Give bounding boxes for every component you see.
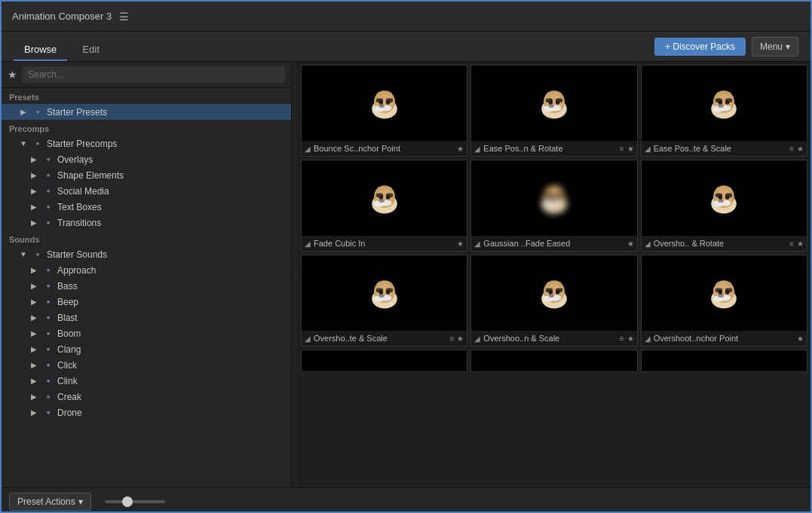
grid-footer-5: ◢ Oversho.. & Rotate ≡ ★ — [642, 236, 807, 251]
svg-rect-76 — [715, 193, 722, 197]
preset-type-icon: ◢ — [474, 240, 480, 248]
arrow-icon[interactable]: ▶ — [29, 345, 39, 353]
arrow-icon[interactable]: ▶ — [29, 361, 39, 369]
star-icon[interactable]: ★ — [627, 334, 634, 343]
svg-rect-102 — [546, 288, 553, 292]
menu-button[interactable]: Menu ▾ — [752, 37, 798, 56]
content-area: ◢ Bounce Sc..nchor Point ★ — [298, 62, 810, 487]
arrow-icon[interactable]: ▶ — [29, 187, 39, 195]
svg-point-75 — [719, 199, 724, 203]
arrow-icon[interactable]: ▶ — [29, 377, 39, 385]
sidebar-item-transitions[interactable]: ▶ ▪ Transitions — [2, 215, 291, 231]
arrow-icon[interactable]: ▶ — [29, 298, 39, 306]
list-icon[interactable]: ≡ — [620, 334, 624, 343]
resize-handle[interactable]: ⋮ — [292, 62, 298, 487]
arrow-icon[interactable]: ▶ — [29, 218, 39, 227]
sidebar-item-starter-sounds[interactable]: ▼ ▪ Starter Sounds — [2, 246, 291, 262]
svg-rect-116 — [725, 288, 732, 292]
size-slider[interactable] — [105, 500, 165, 503]
grid-item-6[interactable]: ◢ Oversho..te & Scale ≡ ★ — [301, 255, 467, 347]
grid-footer-6: ◢ Oversho..te & Scale ≡ ★ — [302, 331, 467, 346]
sidebar-item-starter-presets[interactable]: ▶ ▪ Starter Presets — [2, 104, 291, 120]
list-icon[interactable]: ≡ — [789, 145, 794, 153]
star-icon[interactable]: ★ — [627, 240, 634, 248]
discover-packs-button[interactable]: + Discover Packs — [654, 38, 746, 56]
grid-item-0[interactable]: ◢ Bounce Sc..nchor Point ★ — [301, 65, 467, 157]
favorites-star-icon[interactable]: ★ — [8, 69, 17, 81]
arrow-icon[interactable]: ▶ — [29, 282, 39, 290]
sidebar-item-beep[interactable]: ▶ ▪ Beep — [2, 294, 291, 310]
svg-rect-12 — [386, 98, 393, 102]
sidebar-item-bass[interactable]: ▶ ▪ Bass — [2, 278, 291, 294]
grid-thumb-1 — [471, 66, 636, 141]
star-icon[interactable]: ★ — [627, 145, 634, 153]
arrow-icon[interactable]: ▶ — [29, 203, 39, 211]
preset-type-icon: ◢ — [305, 240, 311, 248]
arrow-icon[interactable]: ▶ — [29, 266, 39, 274]
sidebar-item-text-boxes[interactable]: ▶ ▪ Text Boxes — [2, 199, 291, 215]
sidebar-item-overlays[interactable]: ▶ ▪ Overlays — [2, 151, 291, 167]
preset-actions-button[interactable]: Preset Actions ▾ — [9, 493, 91, 511]
sidebar-item-creak[interactable]: ▶ ▪ Creak — [2, 389, 291, 405]
svg-rect-11 — [375, 98, 382, 102]
list-icon[interactable]: ≡ — [789, 240, 794, 248]
grid-item-3[interactable]: ◢ Fade Cubic In ★ — [301, 160, 467, 252]
grid-item-7[interactable]: ◢ Overshoo..n & Scale ≡ ★ — [470, 255, 637, 347]
hamburger-icon[interactable]: ☰ — [119, 11, 129, 23]
folder-icon: ▪ — [32, 249, 44, 260]
grid-item-4[interactable]: ◢ Gaussian ..Fade Eased ★ — [470, 160, 637, 252]
search-input[interactable] — [22, 66, 285, 83]
sidebar-item-social-media[interactable]: ▶ ▪ Social Media — [2, 183, 291, 199]
arrow-icon[interactable]: ▼ — [18, 139, 29, 148]
grid-thumb-0 — [302, 66, 467, 141]
star-icon[interactable]: ★ — [457, 145, 464, 153]
sidebar-item-blast[interactable]: ▶ ▪ Blast — [2, 310, 291, 325]
grid-item-label: Fade Cubic In — [314, 239, 454, 248]
bottom-bar: Preset Actions ▾ — [2, 487, 810, 513]
star-icon[interactable]: ★ — [797, 240, 804, 248]
grid-thumb-7 — [471, 255, 636, 331]
sidebar-item-approach[interactable]: ▶ ▪ Approach — [2, 262, 291, 278]
arrow-icon[interactable]: ▶ — [18, 108, 29, 116]
sidebar-item-shape-elements[interactable]: ▶ ▪ Shape Elements — [2, 167, 291, 183]
arrow-icon[interactable]: ▶ — [29, 171, 39, 179]
svg-point-88 — [378, 294, 384, 298]
sidebar-item-drone[interactable]: ▶ ▪ Drone — [2, 405, 291, 420]
presets-section-header: Presets — [2, 88, 291, 104]
grid-item-5[interactable]: ◢ Oversho.. & Rotate ≡ ★ — [641, 160, 807, 252]
list-icon[interactable]: ≡ — [620, 145, 624, 153]
star-icon[interactable]: ★ — [457, 240, 464, 248]
grid-item-9[interactable] — [301, 350, 467, 372]
folder-icon: ▪ — [42, 185, 54, 197]
tab-edit[interactable]: Edit — [72, 39, 109, 61]
folder-icon: ▪ — [42, 280, 54, 292]
sidebar-item-click[interactable]: ▶ ▪ Click — [2, 357, 291, 373]
star-icon[interactable]: ★ — [457, 334, 464, 343]
sidebar-item-label: Beep — [57, 297, 78, 307]
arrow-icon[interactable]: ▶ — [29, 392, 39, 401]
grid-item-10[interactable] — [470, 350, 637, 372]
arrow-icon[interactable]: ▼ — [18, 250, 29, 258]
sidebar-item-clink[interactable]: ▶ ▪ Clink — [2, 373, 291, 389]
grid-thumb-9 — [302, 350, 467, 372]
svg-rect-89 — [375, 288, 382, 292]
sidebar-item-boom[interactable]: ▶ ▪ Boom — [2, 325, 291, 341]
grid-item-8[interactable]: ◢ Overshoot..nchor Point ★ — [641, 255, 807, 347]
arrow-icon[interactable]: ▶ — [29, 329, 39, 337]
svg-point-10 — [378, 104, 384, 108]
grid-item-11[interactable] — [641, 350, 807, 372]
app-title: Animation Composer 3 — [12, 11, 112, 22]
sidebar-item-clang[interactable]: ▶ ▪ Clang — [2, 341, 291, 357]
star-icon[interactable]: ★ — [797, 145, 804, 153]
folder-icon: ▪ — [42, 154, 54, 165]
sidebar-item-starter-precomps[interactable]: ▼ ▪ Starter Precomps — [2, 136, 291, 151]
arrow-icon[interactable]: ▶ — [29, 155, 39, 163]
arrow-icon[interactable]: ▶ — [29, 313, 39, 322]
arrow-icon[interactable]: ▶ — [29, 408, 39, 417]
grid-item-1[interactable]: ◢ Ease Pos..n & Rotate ≡ ★ — [470, 65, 637, 157]
star-icon[interactable]: ★ — [797, 334, 804, 343]
tab-browse[interactable]: Browse — [14, 39, 67, 61]
grid-item-2[interactable]: ◢ Ease Pos..te & Scale ≡ ★ — [641, 65, 807, 157]
svg-rect-51 — [386, 193, 393, 197]
list-icon[interactable]: ≡ — [449, 334, 454, 343]
